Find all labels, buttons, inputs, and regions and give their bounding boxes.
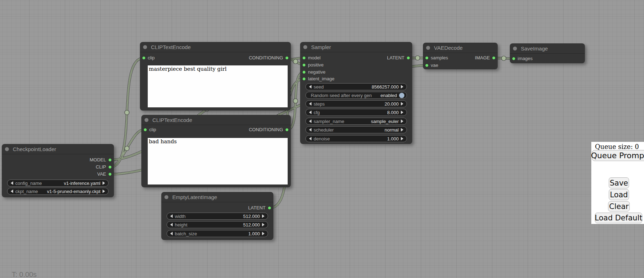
decrement-arrow-icon[interactable] [11, 189, 13, 193]
collapse-dot-icon[interactable] [426, 46, 430, 50]
increment-arrow-icon[interactable] [401, 102, 403, 106]
vae-output-port[interactable] [108, 172, 112, 176]
decrement-arrow-icon[interactable] [170, 214, 173, 218]
link-dot[interactable] [502, 56, 506, 61]
node-title-bar[interactable]: VAEDecode [423, 43, 498, 53]
steps-widget[interactable]: steps 20.000 [305, 100, 407, 107]
sampler-name-widget[interactable]: sampler_name sample_euler [305, 118, 407, 125]
input-label-latent-image: latent_image [308, 75, 334, 82]
widget-value: enabled [381, 93, 397, 98]
latent-output-port[interactable] [407, 56, 410, 60]
node-clip-text-encode-positive[interactable]: CLIPTextEncode clip CONDITIONING masterp… [140, 42, 291, 111]
model-output-port[interactable] [108, 158, 112, 162]
clip-input-port[interactable] [142, 56, 146, 60]
decrement-arrow-icon[interactable] [309, 128, 311, 132]
collapse-dot-icon[interactable] [143, 45, 147, 49]
link-dot[interactable] [415, 56, 420, 60]
cfg-widget[interactable]: cfg 8.000 [305, 109, 407, 116]
save-button[interactable]: Save [609, 177, 629, 188]
increment-arrow-icon[interactable] [262, 223, 265, 226]
slot-row: clip CONDITIONING [140, 54, 291, 62]
images-input-port[interactable] [512, 57, 515, 60]
clip-input-port[interactable] [143, 128, 147, 132]
increment-arrow-icon[interactable] [262, 232, 265, 235]
prompt-textarea[interactable]: bad hands [148, 138, 288, 185]
output-label-conditioning: CONDITIONING [249, 126, 283, 133]
collapse-dot-icon[interactable] [164, 195, 168, 199]
height-widget[interactable]: height 512.000 [167, 221, 268, 228]
model-input-port[interactable] [302, 56, 306, 60]
increment-arrow-icon[interactable] [103, 189, 105, 193]
link-dot[interactable] [125, 146, 129, 151]
render-time-status: T: 0.00s [12, 271, 37, 278]
random-seed-toggle[interactable] [399, 93, 404, 98]
decrement-arrow-icon[interactable] [11, 181, 13, 185]
node-empty-latent-image[interactable]: EmptyLatentImage LATENT width 512.000 he… [161, 192, 273, 240]
node-title-bar[interactable]: Sampler [300, 42, 412, 52]
widget-label: config_name [15, 181, 42, 186]
link-dot[interactable] [293, 59, 298, 64]
increment-arrow-icon[interactable] [262, 214, 265, 218]
random-seed-widget[interactable]: Random seed after every gen enabled [305, 92, 407, 99]
collapse-dot-icon[interactable] [513, 47, 517, 50]
node-clip-text-encode-negative[interactable]: CLIPTextEncode clip CONDITIONING bad han… [141, 115, 291, 187]
seed-widget[interactable]: seed 8566257.000 [305, 83, 407, 90]
widget-value: 512.000 [243, 214, 260, 219]
load-default-button[interactable]: Load Default [595, 213, 642, 223]
output-label-image: IMAGE [475, 54, 490, 62]
decrement-arrow-icon[interactable] [309, 111, 311, 114]
node-sampler[interactable]: Sampler model LATENT positive negative l… [300, 42, 412, 144]
link-dot[interactable] [125, 110, 129, 115]
denoise-widget[interactable]: denoise 1.000 [305, 135, 407, 142]
node-title-bar[interactable]: SaveImage [510, 43, 585, 54]
width-widget[interactable]: width 512.000 [167, 213, 268, 220]
positive-input-port[interactable] [302, 63, 306, 67]
collapse-dot-icon[interactable] [5, 147, 9, 151]
node-vae-decode[interactable]: VAEDecode samples IMAGE vae [423, 43, 498, 69]
load-button[interactable]: Load [609, 189, 629, 200]
clear-button[interactable]: Clear [608, 201, 630, 212]
vae-input-port[interactable] [425, 64, 429, 67]
node-title-bar[interactable]: CLIPTextEncode [141, 115, 291, 125]
scheduler-widget[interactable]: scheduler normal [305, 126, 407, 133]
increment-arrow-icon[interactable] [103, 181, 105, 185]
image-output-port[interactable] [492, 56, 496, 60]
node-graph-canvas[interactable]: CheckpointLoader MODEL CLIP VAE config_n… [0, 0, 644, 278]
ckpt-name-widget[interactable]: ckpt_name v1-5-pruned-emaonly.ckpt [7, 188, 109, 195]
collapse-dot-icon[interactable] [145, 118, 148, 122]
decrement-arrow-icon[interactable] [309, 85, 311, 89]
latent-output-port[interactable] [268, 206, 271, 210]
queue-prompt-button[interactable]: Queue Prompt [592, 150, 644, 161]
queue-panel: Queue size: 0 Queue Prompt Save Load Cle… [591, 142, 644, 224]
widget-label: batch_size [175, 231, 197, 236]
node-checkpoint-loader[interactable]: CheckpointLoader MODEL CLIP VAE config_n… [2, 144, 114, 197]
decrement-arrow-icon[interactable] [309, 119, 311, 123]
negative-input-port[interactable] [302, 70, 306, 74]
conditioning-output-port[interactable] [285, 128, 289, 132]
batch-size-widget[interactable]: batch_size 1.000 [167, 230, 268, 237]
increment-arrow-icon[interactable] [401, 128, 403, 132]
collapse-dot-icon[interactable] [303, 45, 307, 49]
decrement-arrow-icon[interactable] [309, 137, 311, 140]
increment-arrow-icon[interactable] [401, 137, 403, 140]
increment-arrow-icon[interactable] [401, 111, 403, 114]
link-dot[interactable] [293, 99, 298, 103]
increment-arrow-icon[interactable] [401, 119, 403, 123]
decrement-arrow-icon[interactable] [170, 232, 173, 235]
clip-output-port[interactable] [108, 165, 112, 169]
input-label-clip: clip [148, 54, 155, 62]
node-title-bar[interactable]: CLIPTextEncode [140, 42, 291, 52]
decrement-arrow-icon[interactable] [170, 223, 173, 226]
node-title-bar[interactable]: EmptyLatentImage [161, 192, 273, 202]
decrement-arrow-icon[interactable] [309, 102, 311, 106]
widget-label: steps [314, 101, 325, 107]
conditioning-output-port[interactable] [285, 56, 289, 60]
config-name-widget[interactable]: config_name v1-inference.yaml [7, 180, 109, 187]
increment-arrow-icon[interactable] [401, 85, 403, 89]
node-title-bar[interactable]: CheckpointLoader [2, 144, 114, 154]
node-save-image[interactable]: SaveImage images [510, 43, 585, 63]
input-label-model: model [308, 54, 320, 62]
samples-input-port[interactable] [425, 56, 429, 60]
latent-image-input-port[interactable] [302, 77, 306, 81]
prompt-textarea[interactable]: masterpiece best quality girl [148, 65, 288, 107]
